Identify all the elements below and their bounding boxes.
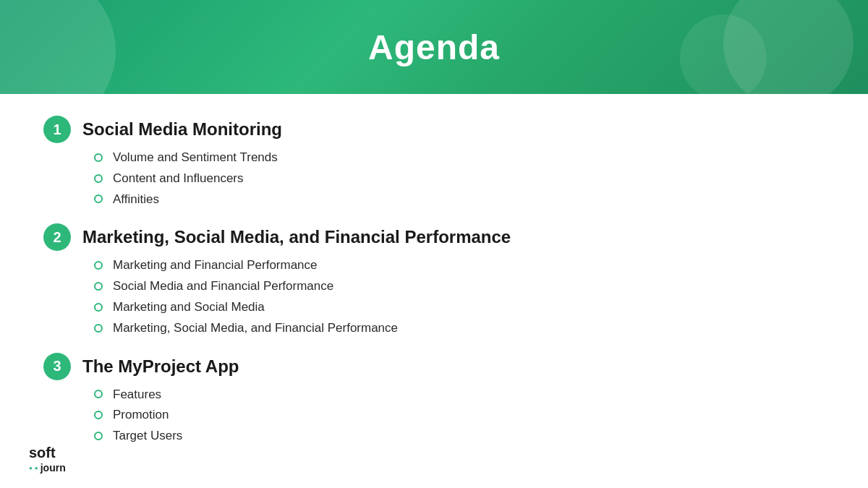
logo-journ: journ: [41, 462, 66, 474]
list-item: Volume and Sentiment Trends: [94, 149, 825, 166]
section-3-title: The MyProject App: [82, 356, 239, 377]
bullet-icon: [94, 432, 103, 440]
bullet-icon: [94, 282, 103, 291]
bullet-icon: [94, 411, 103, 419]
agenda-section-1: 1 Social Media Monitoring Volume and Sen…: [43, 116, 825, 207]
list-item: Marketing, Social Media, and Financial P…: [94, 320, 825, 337]
list-item: Affinities: [94, 191, 825, 208]
section-3-header: 3 The MyProject App: [43, 353, 825, 380]
section-3-number: 3: [43, 353, 71, 380]
section-3-items: Features Promotion Target Users: [94, 386, 825, 445]
section-2-title: Marketing, Social Media, and Financial P…: [82, 227, 511, 247]
bullet-icon: [94, 194, 103, 203]
list-item: Target Users: [94, 427, 825, 445]
list-item: Social Media and Financial Performance: [94, 278, 825, 295]
section-1-items: Volume and Sentiment Trends Content and …: [94, 149, 825, 207]
logo-ft: ft: [46, 445, 55, 461]
section-2-header: 2 Marketing, Social Media, and Financial…: [43, 223, 825, 251]
agenda-section-3: 3 The MyProject App Features Promotion T…: [43, 353, 825, 445]
footer-logo: so ft ● ● journ: [29, 445, 66, 474]
page-title: Agenda: [368, 27, 500, 67]
logo-dot1: ●: [29, 465, 33, 471]
logo-so: so: [29, 445, 46, 461]
section-1-header: 1 Social Media Monitoring: [43, 116, 825, 143]
agenda-section-2: 2 Marketing, Social Media, and Financial…: [43, 223, 825, 336]
list-item: Marketing and Social Media: [94, 299, 825, 316]
list-item: Content and Influencers: [94, 170, 825, 187]
header-bubble-left: [0, 0, 116, 94]
content-area: 1 Social Media Monitoring Volume and Sen…: [0, 94, 868, 475]
bullet-icon: [94, 390, 103, 398]
section-2-items: Marketing and Financial Performance Soci…: [94, 257, 825, 336]
bullet-icon: [94, 261, 103, 270]
page-header: Agenda: [0, 0, 868, 94]
section-1-number: 1: [43, 116, 71, 143]
list-item: Features: [94, 386, 825, 403]
list-item: Marketing and Financial Performance: [94, 257, 825, 274]
bullet-icon: [94, 153, 103, 162]
section-2-number: 2: [43, 223, 71, 251]
header-bubble-right2: [680, 14, 767, 94]
section-1-title: Social Media Monitoring: [82, 119, 282, 140]
bullet-icon: [94, 324, 103, 333]
bullet-icon: [94, 174, 103, 183]
list-item: Promotion: [94, 406, 825, 424]
bullet-icon: [94, 303, 103, 312]
logo-dot2: ●: [35, 465, 38, 471]
